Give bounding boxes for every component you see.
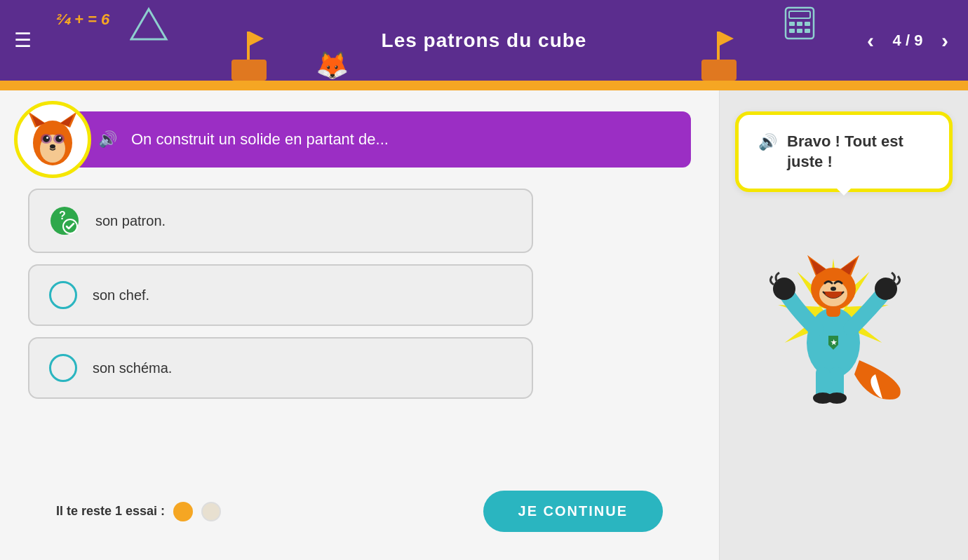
progress-bar (0, 81, 968, 90)
answers-container: ? son patron. son chef. son schéma. (28, 189, 691, 479)
page-counter: 4 / 9 (887, 32, 929, 50)
question-banner: 🔊 On construit un solide en partant de..… (28, 111, 691, 168)
svg-marker-5 (720, 32, 734, 46)
question-sound-icon[interactable]: 🔊 (98, 130, 117, 149)
calculator-deco-icon (782, 6, 817, 41)
radio-3-icon (49, 354, 77, 382)
svg-point-28 (56, 136, 62, 142)
bottom-bar: Il te reste 1 essai : JE CONTINUE (28, 479, 691, 546)
svg-marker-2 (250, 32, 264, 46)
feedback-sound-icon[interactable]: 🔊 (758, 133, 777, 151)
answer-option-2[interactable]: son chef. (28, 264, 533, 326)
character-deco-icon: 🦊 (316, 50, 349, 81)
svg-point-29 (46, 137, 48, 139)
correct-check-icon: ? (49, 205, 80, 236)
answer-option-3[interactable]: son schéma. (28, 337, 533, 399)
fox-mascot-icon (21, 108, 84, 171)
svg-rect-13 (797, 29, 802, 33)
celebrating-fox: ★ (753, 206, 935, 402)
attempt-dot-1 (173, 502, 193, 521)
svg-text:?: ? (59, 210, 66, 221)
svg-marker-0 (131, 9, 166, 39)
answer-3-text: son schéma. (93, 360, 172, 376)
hamburger-icon[interactable]: ☰ (14, 31, 32, 50)
left-panel: 🔊 On construit un solide en partant de..… (0, 90, 719, 560)
svg-rect-10 (797, 22, 802, 26)
svg-rect-4 (717, 32, 720, 81)
next-button[interactable]: › (936, 25, 954, 56)
svg-point-30 (59, 137, 61, 139)
svg-point-48 (827, 392, 847, 404)
svg-rect-3 (231, 60, 267, 81)
question-text: On construit un solide en partant de... (131, 130, 389, 149)
svg-point-31 (50, 144, 55, 149)
continue-button[interactable]: JE CONTINUE (483, 491, 663, 532)
main-content: 🔊 On construit un solide en partant de..… (0, 90, 968, 560)
header-left: ☰ (14, 31, 32, 50)
prev-button[interactable]: ‹ (861, 25, 880, 56)
deco-math: ²⁄₄ + = 6 (56, 11, 109, 29)
svg-rect-6 (701, 60, 737, 81)
header-nav: ‹ 4 / 9 › (861, 25, 954, 56)
attempt-dot-2 (201, 502, 221, 521)
svg-point-59 (831, 287, 836, 291)
svg-rect-9 (789, 22, 795, 26)
svg-rect-1 (247, 32, 250, 81)
svg-text:★: ★ (831, 339, 838, 346)
svg-rect-12 (789, 29, 795, 33)
triangle-deco-icon (130, 6, 168, 44)
svg-rect-11 (805, 22, 810, 26)
flag-right-icon (701, 25, 737, 81)
right-panel: 🔊 Bravo ! Tout est juste ! (719, 90, 968, 560)
header: ☰ ²⁄₄ + = 6 🦊 (0, 0, 968, 81)
svg-rect-7 (786, 8, 814, 39)
celebrating-fox-icon: ★ (753, 206, 935, 416)
attempts-label: Il te reste 1 essai : (56, 504, 165, 519)
answer-2-text: son chef. (93, 287, 149, 303)
svg-rect-14 (805, 29, 810, 33)
page-title: Les patrons du cube (382, 29, 587, 52)
answer-option-1[interactable]: ? son patron. (28, 189, 533, 253)
feedback-text: Bravo ! Tout est juste ! (787, 132, 903, 172)
svg-rect-8 (789, 11, 810, 18)
mascot-avatar (14, 101, 91, 178)
svg-point-27 (43, 136, 50, 142)
feedback-bubble: 🔊 Bravo ! Tout est juste ! (735, 111, 953, 192)
flag-left-icon (231, 25, 267, 81)
answer-1-text: son patron. (95, 213, 166, 229)
radio-2-icon (49, 281, 77, 309)
attempts-section: Il te reste 1 essai : (56, 502, 221, 521)
